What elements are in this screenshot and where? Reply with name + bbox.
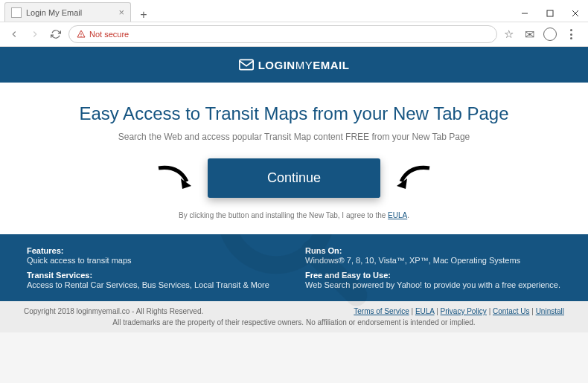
close-tab-button[interactable]: × bbox=[118, 7, 124, 18]
copyright-text: Copyright 2018 loginmyemail.co - All Rig… bbox=[24, 307, 203, 315]
tos-link[interactable]: Terms of Service bbox=[354, 307, 409, 315]
warning-icon bbox=[77, 30, 86, 39]
logo-text: LOGINMYEMAIL bbox=[258, 59, 350, 71]
svg-rect-8 bbox=[239, 59, 252, 69]
features-col-1b: Transit Services: Access to Rental Car S… bbox=[27, 271, 283, 289]
close-window-button[interactable] bbox=[563, 5, 588, 22]
site-footer: Copyright 2018 loginmyemail.co - All Rig… bbox=[0, 301, 588, 332]
mail-icon bbox=[239, 59, 254, 71]
features-col-2b: Free and Easy to Use: Web Search powered… bbox=[305, 271, 561, 289]
features-col-1: Features: Quick access to transit maps bbox=[27, 246, 283, 265]
free-text: Web Search powered by Yahoo! to provide … bbox=[305, 280, 561, 289]
tab-title: Login My Email bbox=[26, 8, 82, 17]
toolbar-actions: ☆ ✉ bbox=[502, 28, 582, 41]
eula-text: By clicking the button and installing th… bbox=[15, 211, 573, 219]
free-heading: Free and Easy to Use: bbox=[305, 271, 561, 280]
eula-link[interactable]: EULA bbox=[388, 211, 407, 219]
browser-tab[interactable]: Login My Email × bbox=[4, 2, 131, 22]
reload-button[interactable] bbox=[48, 26, 64, 42]
transit-text: Access to Rental Car Services, Bus Servi… bbox=[27, 280, 283, 289]
window-controls bbox=[512, 5, 588, 22]
features-col-2: Runs On: Windows® 7, 8, 10, Vista™, XP™,… bbox=[305, 246, 561, 265]
arrow-left-icon bbox=[391, 164, 435, 193]
page-content: LOGINMYEMAIL Easy Access to Transit Maps… bbox=[0, 47, 588, 383]
features-heading: Features: bbox=[27, 246, 283, 255]
svg-point-5 bbox=[81, 36, 82, 36]
continue-button[interactable]: Continue bbox=[208, 158, 380, 198]
site-header: LOGINMYEMAIL bbox=[0, 47, 588, 83]
privacy-link[interactable]: Privacy Policy bbox=[441, 307, 487, 315]
browser-toolbar: Not secure ☆ ✉ bbox=[0, 22, 588, 47]
address-bar[interactable]: Not secure bbox=[68, 25, 497, 43]
features-text: Quick access to transit maps bbox=[27, 256, 283, 265]
security-indicator: Not secure bbox=[77, 30, 129, 39]
not-secure-label: Not secure bbox=[89, 30, 129, 39]
profile-avatar[interactable] bbox=[543, 28, 557, 41]
cta-row: Continue bbox=[15, 158, 573, 198]
new-tab-button[interactable]: + bbox=[137, 8, 150, 22]
arrow-right-icon bbox=[153, 164, 197, 193]
eula-footer-link[interactable]: EULA bbox=[415, 307, 435, 315]
footer-row: Copyright 2018 loginmyemail.co - All Rig… bbox=[24, 307, 564, 315]
forward-button[interactable] bbox=[27, 26, 43, 42]
minimize-button[interactable] bbox=[512, 5, 537, 22]
uninstall-link[interactable]: Uninstall bbox=[536, 307, 564, 315]
hero-section: Easy Access to Transit Maps from your Ne… bbox=[0, 83, 588, 234]
svg-rect-1 bbox=[547, 10, 553, 16]
bookmark-icon[interactable]: ☆ bbox=[502, 28, 515, 41]
titlebar: Login My Email × + bbox=[0, 0, 588, 22]
favicon-icon bbox=[11, 7, 22, 18]
contact-link[interactable]: Contact Us bbox=[493, 307, 529, 315]
menu-button[interactable] bbox=[564, 28, 578, 41]
headline: Easy Access to Transit Maps from your Ne… bbox=[15, 103, 573, 124]
runs-on-heading: Runs On: bbox=[305, 246, 561, 255]
transit-heading: Transit Services: bbox=[27, 271, 283, 280]
back-button[interactable] bbox=[6, 26, 22, 42]
maximize-button[interactable] bbox=[537, 5, 563, 22]
subheadline: Search the Web and access popular Transi… bbox=[15, 132, 573, 142]
mail-icon[interactable]: ✉ bbox=[523, 28, 536, 41]
site-logo: LOGINMYEMAIL bbox=[239, 59, 350, 71]
footer-links: Terms of Service | EULA | Privacy Policy… bbox=[354, 307, 564, 315]
runs-on-text: Windows® 7, 8, 10, Vista™, XP™, Mac Oper… bbox=[305, 256, 561, 265]
disclaimer-text: All trademarks are the property of their… bbox=[24, 318, 564, 326]
features-section: Features: Quick access to transit maps R… bbox=[0, 234, 588, 301]
